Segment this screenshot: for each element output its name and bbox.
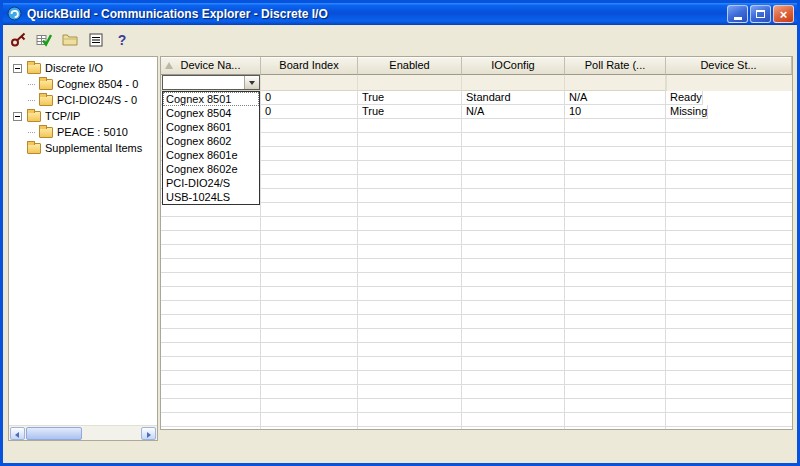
sort-ascending-icon	[165, 62, 173, 69]
dropdown-option-usb-1024ls[interactable]: USB-1024LS	[163, 190, 259, 204]
tree-items: Discrete I/O Cognex 8504 - 0 PCI-DIO24/S…	[10, 58, 156, 424]
cell-board-index: 0	[261, 91, 358, 105]
collapse-icon[interactable]	[13, 64, 22, 73]
device-list-button[interactable]	[84, 29, 108, 52]
cell-enabled: True	[358, 91, 462, 105]
combobox-dropdown-button[interactable]	[244, 76, 259, 89]
cell-board-index: 0	[261, 105, 358, 119]
folder-icon	[27, 143, 41, 154]
column-header-device-status[interactable]: Device St...	[666, 57, 792, 75]
tree-connector	[28, 100, 35, 101]
client-area: ? Discrete I/O Cognex 8504 - 0	[3, 25, 797, 463]
validate-check-icon	[36, 32, 52, 48]
close-button[interactable]: ×	[773, 5, 794, 23]
folder-icon	[39, 79, 53, 90]
dropdown-option-cognex-8601[interactable]: Cognex 8601	[163, 120, 259, 134]
help-button[interactable]: ?	[110, 29, 134, 52]
folder-icon	[39, 95, 53, 106]
tree-item-pci-dio24s[interactable]: PCI-DIO24/S - 0	[10, 92, 156, 108]
tree-item-label: TCP/IP	[45, 110, 80, 122]
grid-edit-row	[161, 75, 792, 91]
grid-header-row: Device Na... Board Index Enabled IOConfi…	[161, 57, 792, 75]
cell-device-status: Ready	[666, 91, 703, 105]
scrollbar-thumb[interactable]	[26, 427, 82, 440]
column-header-ioconfig[interactable]: IOConfig	[462, 57, 565, 75]
app-icon	[7, 6, 22, 23]
edit-cell[interactable]	[358, 75, 462, 91]
cell-ioconfig: Standard	[462, 91, 565, 105]
validate-button[interactable]	[32, 29, 56, 52]
tree-item-discrete-io[interactable]: Discrete I/O	[10, 60, 156, 76]
tree-item-label: Cognex 8504 - 0	[57, 78, 138, 90]
edit-cell[interactable]	[565, 75, 666, 91]
tree-item-label: Discrete I/O	[45, 62, 103, 74]
edit-cell-device-name	[161, 75, 261, 91]
column-header-poll-rate[interactable]: Poll Rate (...	[565, 57, 666, 75]
tree-connector	[28, 132, 35, 133]
edit-cell[interactable]	[462, 75, 565, 91]
device-name-dropdown-list: Cognex 8501 Cognex 8504 Cognex 8601 Cogn…	[162, 91, 260, 205]
tree-item-label: Supplemental Items	[45, 142, 142, 154]
tree-item-label: PCI-DIO24/S - 0	[57, 94, 137, 106]
column-header-label: IOConfig	[491, 59, 534, 71]
column-header-label: Poll Rate (...	[585, 59, 646, 71]
collapse-icon[interactable]	[13, 112, 22, 121]
cell-device-status: Missing	[666, 105, 708, 119]
connect-wizard-button[interactable]	[6, 29, 30, 52]
list-icon	[88, 32, 104, 48]
folder-icon	[27, 63, 41, 74]
tree-item-cognex-8504[interactable]: Cognex 8504 - 0	[10, 76, 156, 92]
scroll-right-button[interactable]	[141, 427, 156, 440]
column-header-enabled[interactable]: Enabled	[358, 57, 462, 75]
tree-item-tcpip[interactable]: TCP/IP	[10, 108, 156, 124]
window-title: QuickBuild - Communications Explorer - D…	[27, 7, 725, 21]
column-header-label: Board Index	[279, 59, 338, 71]
cell-ioconfig: N/A	[462, 105, 565, 119]
dropdown-option-cognex-8501[interactable]: Cognex 8501	[163, 92, 259, 106]
device-name-combobox[interactable]	[162, 75, 260, 90]
cell-poll-rate: 10	[565, 105, 666, 119]
dropdown-option-cognex-8504[interactable]: Cognex 8504	[163, 106, 259, 120]
tree-horizontal-scrollbar[interactable]	[9, 425, 157, 440]
cell-enabled: True	[358, 105, 462, 119]
dropdown-option-cognex-8601e[interactable]: Cognex 8601e	[163, 148, 259, 162]
toolbar: ?	[6, 27, 134, 53]
device-grid-panel: Device Na... Board Index Enabled IOConfi…	[160, 56, 793, 430]
dropdown-option-pci-dio24s[interactable]: PCI-DIO24/S	[163, 176, 259, 190]
column-header-board-index[interactable]: Board Index	[261, 57, 358, 75]
folder-icon	[62, 32, 78, 48]
maximize-button[interactable]	[750, 5, 771, 23]
cell-poll-rate: N/A	[565, 91, 666, 105]
column-header-label: Device St...	[700, 59, 756, 71]
column-header-label: Device Na...	[181, 59, 241, 71]
app-window: QuickBuild - Communications Explorer - D…	[0, 0, 800, 466]
help-icon: ?	[118, 32, 127, 48]
tree-item-label: PEACE : 5010	[57, 126, 128, 138]
folder-icon	[27, 111, 41, 122]
communications-tree-panel: Discrete I/O Cognex 8504 - 0 PCI-DIO24/S…	[8, 56, 158, 441]
minimize-icon	[734, 17, 742, 20]
dropdown-option-cognex-8602e[interactable]: Cognex 8602e	[163, 162, 259, 176]
tree-item-peace-5010[interactable]: PEACE : 5010	[10, 124, 156, 140]
minimize-button[interactable]	[727, 5, 748, 23]
maximize-icon	[756, 10, 765, 18]
column-header-device-name[interactable]: Device Na...	[161, 57, 261, 75]
close-icon: ×	[780, 8, 788, 21]
title-bar: QuickBuild - Communications Explorer - D…	[3, 3, 797, 25]
open-folder-button[interactable]	[58, 29, 82, 52]
tree-item-supplemental-items[interactable]: Supplemental Items	[10, 140, 156, 156]
key-icon	[10, 32, 27, 48]
dropdown-option-cognex-8602[interactable]: Cognex 8602	[163, 134, 259, 148]
column-header-label: Enabled	[389, 59, 429, 71]
edit-cell[interactable]	[261, 75, 358, 91]
folder-icon	[39, 127, 53, 138]
scroll-left-button[interactable]	[10, 427, 25, 440]
edit-cell[interactable]	[666, 75, 667, 91]
tree-connector	[28, 84, 35, 85]
